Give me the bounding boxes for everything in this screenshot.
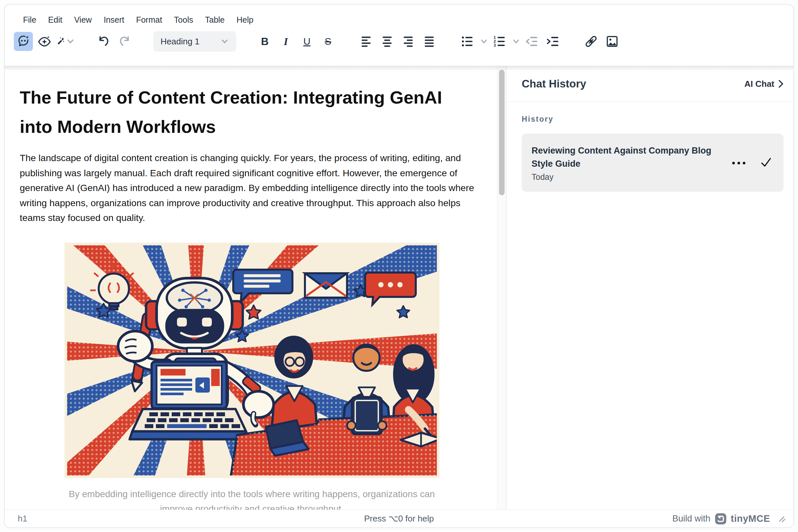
justify-icon xyxy=(422,34,437,49)
editor-window: File Edit View Insert Format Tools Table… xyxy=(4,4,794,528)
image-icon xyxy=(605,34,619,49)
indent-button[interactable] xyxy=(543,32,562,51)
statusbar: h1 Press ⌥0 for help Build with tinyMCE xyxy=(5,510,793,527)
content-area: The Future of Content Creation: Integrat… xyxy=(5,66,793,510)
undo-icon xyxy=(96,34,111,49)
editor-scrollbar[interactable] xyxy=(497,66,506,510)
chevron-down-icon xyxy=(220,37,229,46)
ai-chat-icon xyxy=(16,34,31,49)
document-figure[interactable]: By embedding intelligence directly into … xyxy=(64,243,440,510)
ai-chat-button[interactable] xyxy=(14,32,33,51)
menu-table[interactable]: Table xyxy=(199,13,230,27)
resize-handle-icon[interactable] xyxy=(778,515,786,523)
document-paragraph[interactable]: The landscape of digital content creatio… xyxy=(20,151,484,226)
menu-insert[interactable]: Insert xyxy=(98,13,130,27)
branding-name: tinyMCE xyxy=(731,513,771,524)
panel-title: Chat History xyxy=(522,78,586,90)
history-item[interactable]: Reviewing Content Against Company Blog S… xyxy=(522,133,783,192)
strikethrough-icon: S xyxy=(324,36,331,47)
ai-shortcuts-button[interactable] xyxy=(56,32,75,51)
ai-review-button[interactable] xyxy=(35,32,54,51)
justify-button[interactable] xyxy=(420,32,439,51)
format-select-value: Heading 1 xyxy=(161,37,200,47)
strikethrough-button[interactable]: S xyxy=(318,32,337,51)
align-center-icon xyxy=(380,34,394,49)
toolbar: Heading 1 B I U S xyxy=(5,27,793,57)
ai-chat-link-label: AI Chat xyxy=(744,79,774,89)
menubar: File Edit View Insert Format Tools Table… xyxy=(5,5,793,27)
scrollbar-thumb[interactable] xyxy=(499,70,505,195)
indent-icon xyxy=(546,34,560,49)
numbered-list-icon: 1 2 3 xyxy=(493,34,507,49)
menu-edit[interactable]: Edit xyxy=(42,13,68,27)
link-button[interactable] xyxy=(581,32,601,51)
image-button[interactable] xyxy=(602,32,622,51)
redo-button[interactable] xyxy=(115,32,134,51)
outdent-icon xyxy=(525,34,539,49)
bullet-list-icon xyxy=(460,34,475,49)
redo-icon xyxy=(117,34,132,49)
svg-text:3: 3 xyxy=(494,43,496,48)
branding[interactable]: Build with tinyMCE xyxy=(672,513,786,525)
history-item-date: Today xyxy=(532,172,726,182)
ai-chat-link[interactable]: AI Chat xyxy=(744,79,783,89)
menu-format[interactable]: Format xyxy=(130,13,168,27)
ai-review-icon xyxy=(37,34,52,49)
outdent-button[interactable] xyxy=(522,32,541,51)
align-right-button[interactable] xyxy=(399,32,418,51)
screen: File Edit View Insert Format Tools Table… xyxy=(0,0,798,532)
menu-tools[interactable]: Tools xyxy=(168,13,199,27)
element-path[interactable]: h1 xyxy=(18,514,27,524)
history-item-title: Reviewing Content Against Company Blog S… xyxy=(532,144,726,170)
format-select[interactable]: Heading 1 xyxy=(153,31,236,52)
chevron-down-icon[interactable] xyxy=(480,37,488,46)
history-section-label: History xyxy=(522,115,783,124)
document-illustration[interactable] xyxy=(64,243,440,478)
underline-icon: U xyxy=(303,36,311,47)
editor-canvas[interactable]: The Future of Content Creation: Integrat… xyxy=(5,66,497,510)
italic-icon: I xyxy=(284,36,288,48)
undo-button[interactable] xyxy=(94,32,113,51)
chat-history-header: Chat History AI Chat xyxy=(506,66,793,101)
align-right-icon xyxy=(401,34,415,49)
chevron-down-icon[interactable] xyxy=(512,37,520,46)
branding-prefix: Build with xyxy=(672,514,710,524)
more-options-button[interactable] xyxy=(732,162,745,165)
menu-help[interactable]: Help xyxy=(230,13,259,27)
bold-button[interactable]: B xyxy=(255,32,274,51)
chevron-down-icon xyxy=(66,34,75,49)
magic-wand-icon xyxy=(56,34,65,49)
italic-button[interactable]: I xyxy=(276,32,295,51)
underline-button[interactable]: U xyxy=(297,32,316,51)
link-icon xyxy=(584,34,598,49)
align-left-icon xyxy=(359,34,373,49)
image-caption: By embedding intelligence directly into … xyxy=(64,487,440,510)
help-shortcut-text: Press ⌥0 for help xyxy=(364,514,434,524)
selected-check-icon[interactable] xyxy=(761,157,772,169)
bullet-list-button[interactable] xyxy=(458,32,477,51)
numbered-list-button[interactable]: 1 2 3 xyxy=(490,32,509,51)
chat-history-panel: Chat History AI Chat History Reviewing C… xyxy=(506,66,793,510)
bold-icon: B xyxy=(261,36,268,48)
tinymce-logo-icon xyxy=(715,513,727,525)
menu-view[interactable]: View xyxy=(68,13,98,27)
align-left-button[interactable] xyxy=(356,32,376,51)
menu-file[interactable]: File xyxy=(17,13,42,27)
chevron-right-icon xyxy=(778,80,783,88)
align-center-button[interactable] xyxy=(378,32,397,51)
document-heading[interactable]: The Future of Content Creation: Integrat… xyxy=(20,83,452,141)
